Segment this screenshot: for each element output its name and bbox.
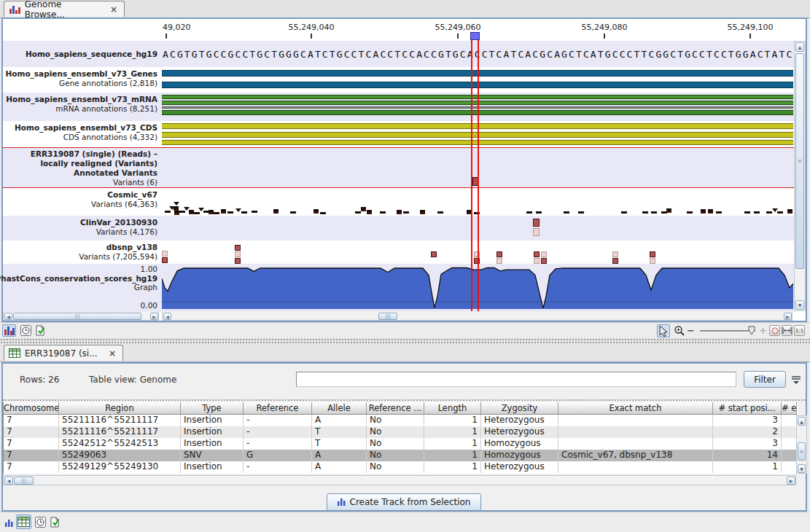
cosmic-variant-mark[interactable]: [174, 211, 179, 215]
scroll-left-icon[interactable]: ◀: [4, 477, 13, 485]
cosmic-variant-mark[interactable]: [290, 211, 296, 214]
zoom-slider-track[interactable]: [700, 330, 755, 332]
dbsnp-variant-mark[interactable]: [534, 251, 540, 257]
track-label-phastcons[interactable]: 1.00PhastCons_conservation_scores_hg19Gr…: [3, 264, 159, 312]
column-header[interactable]: Region: [59, 402, 181, 415]
table-row[interactable]: 755211116^55211117Insertion-ANo1Heterozy…: [4, 415, 797, 426]
dbsnp-variant-mark[interactable]: [534, 258, 540, 264]
cosmic-variant-mark[interactable]: [227, 211, 233, 214]
scroll-down-icon[interactable]: ▼: [795, 300, 804, 310]
cosmic-variant-mark[interactable]: [214, 212, 219, 214]
dbsnp-variant-mark[interactable]: [496, 251, 502, 257]
view-hscrollbar[interactable]: ◀ ||| ▶: [162, 311, 793, 321]
column-header[interactable]: Exact match: [558, 402, 713, 415]
cosmic-variant-mark[interactable]: [314, 209, 319, 214]
selection-marker[interactable]: [470, 32, 480, 40]
table-row[interactable]: 755249129^55249130Insertion-ANo1Heterozy…: [4, 461, 797, 473]
scroll-left-icon[interactable]: ◀: [163, 313, 171, 320]
dbsnp-variant-mark[interactable]: [541, 258, 547, 264]
zoom-slider-thumb[interactable]: [748, 326, 755, 335]
cosmic-variant-mark[interactable]: [766, 211, 772, 214]
column-header[interactable]: # en: [782, 402, 797, 415]
track-view-button[interactable]: [2, 324, 16, 337]
tab-variant-table[interactable]: ERR319087 (si... ×: [4, 345, 123, 361]
dbsnp-variant-mark[interactable]: [650, 251, 655, 257]
history-view-button[interactable]: [19, 324, 32, 337]
filter-options-button[interactable]: [790, 374, 802, 386]
cosmic-variant-mark[interactable]: [367, 210, 372, 214]
dbsnp-variant-mark[interactable]: [612, 258, 618, 264]
cosmic-variant-mark[interactable]: [403, 211, 409, 214]
column-header[interactable]: Reference: [244, 402, 312, 415]
track-label-genes[interactable]: Homo_sapiens_ensembl_v73_GenesGene annot…: [3, 67, 159, 93]
track-label-err[interactable]: ERR319087 (single) (Reads) –locally real…: [3, 147, 159, 188]
cosmic-variant-mark[interactable]: [651, 211, 657, 214]
cosmic-variant-mark[interactable]: [380, 211, 386, 214]
scrollbar-thumb[interactable]: |||: [14, 477, 34, 485]
track-label-sequence[interactable]: Homo_sapiens_sequence_hg19: [3, 41, 159, 67]
dbsnp-variant-mark[interactable]: [496, 258, 502, 264]
dbsnp-variant-mark[interactable]: [235, 251, 241, 257]
panel-splitter[interactable]: [0, 338, 810, 343]
scrollbar-thumb[interactable]: |||: [13, 313, 141, 320]
zoom-in-mode-button[interactable]: [672, 324, 686, 337]
cosmic-variant-mark[interactable]: [273, 209, 279, 214]
cosmic-variant-mark[interactable]: [252, 211, 257, 213]
cosmic-variant-mark[interactable]: [716, 211, 722, 214]
zoom-100-button[interactable]: 1:1: [794, 325, 805, 336]
cosmic-variant-mark[interactable]: [221, 209, 226, 214]
dbsnp-variant-mark[interactable]: [235, 245, 241, 251]
cosmic-variant-mark[interactable]: [621, 211, 627, 214]
cosmic-variant-mark[interactable]: [777, 211, 783, 214]
scroll-left-icon[interactable]: ◀: [4, 313, 12, 320]
table-row[interactable]: 755211116^55211117Insertion-TNo1Heterozy…: [4, 426, 797, 438]
cosmic-variant-mark[interactable]: [355, 211, 361, 214]
column-header[interactable]: Reference ...: [367, 402, 424, 415]
pointer-mode-button[interactable]: [657, 324, 670, 337]
table-row[interactable]: 755249063SNVGANo1HomozygousCosmic_v67, d…: [4, 450, 797, 461]
cosmic-variant-mark[interactable]: [397, 210, 402, 214]
fit-width-button[interactable]: [782, 325, 793, 336]
dbsnp-variant-mark[interactable]: [235, 258, 241, 264]
cosmic-variant-mark[interactable]: [235, 208, 241, 212]
zoom-to-selection-button[interactable]: [769, 325, 780, 336]
scroll-right-icon[interactable]: ▶: [784, 313, 792, 320]
view-vscrollbar[interactable]: ▲ ≡ ▼: [794, 41, 806, 311]
column-header[interactable]: Zygosity: [481, 402, 558, 415]
scroll-up-icon[interactable]: ▲: [798, 417, 806, 426]
close-icon[interactable]: ×: [108, 4, 120, 15]
element-info-button[interactable]: [34, 324, 47, 337]
cosmic-variant-mark[interactable]: [320, 212, 326, 214]
scrollbar-thumb[interactable]: |||: [378, 313, 397, 320]
filter-button[interactable]: Filter: [744, 371, 786, 388]
column-header[interactable]: Type: [181, 402, 244, 415]
dbsnp-variant-mark[interactable]: [650, 258, 655, 264]
scroll-down-icon[interactable]: ▼: [798, 464, 806, 473]
scrollbar-thumb[interactable]: ≡: [798, 442, 806, 461]
track-label-clinvar[interactable]: ClinVar_20130930Variants (4,176): [3, 216, 159, 240]
cosmic-variant-mark[interactable]: [578, 211, 584, 214]
dbsnp-variant-mark[interactable]: [541, 251, 547, 257]
dbsnp-variant-mark[interactable]: [162, 251, 168, 257]
clinvar-variant-mark[interactable]: [533, 219, 540, 227]
table-vscrollbar[interactable]: ▲ ≡ ▼: [796, 415, 807, 474]
scrollbar-thumb[interactable]: ≡: [795, 53, 804, 269]
track-label-mrna[interactable]: Homo_sapiens_ensembl_v73_mRNAmRNA annota…: [3, 93, 159, 121]
cosmic-variant-mark[interactable]: [174, 202, 179, 206]
table-view-button[interactable]: [16, 515, 31, 529]
table-hscrollbar[interactable]: ◀ ||| ▶: [3, 475, 796, 485]
zoom-in-icon[interactable]: +: [759, 325, 767, 336]
column-header[interactable]: Length: [424, 402, 481, 415]
close-icon[interactable]: ×: [106, 348, 118, 359]
track-label-cosmic[interactable]: Cosmic_v67Variants (64,363): [3, 188, 159, 216]
track-label-cds[interactable]: Homo_sapiens_ensembl_v73_CDSCDS annotati…: [3, 121, 159, 147]
cosmic-variant-mark[interactable]: [666, 208, 671, 213]
cosmic-variant-mark[interactable]: [165, 211, 171, 213]
track-view-button[interactable]: [3, 516, 15, 529]
column-header[interactable]: # start posi...: [713, 402, 782, 415]
cosmic-variant-mark[interactable]: [526, 211, 532, 214]
column-header[interactable]: Allele: [312, 402, 367, 415]
cosmic-variant-mark[interactable]: [687, 211, 693, 214]
cosmic-variant-mark[interactable]: [708, 209, 713, 214]
filter-input[interactable]: [296, 372, 736, 387]
